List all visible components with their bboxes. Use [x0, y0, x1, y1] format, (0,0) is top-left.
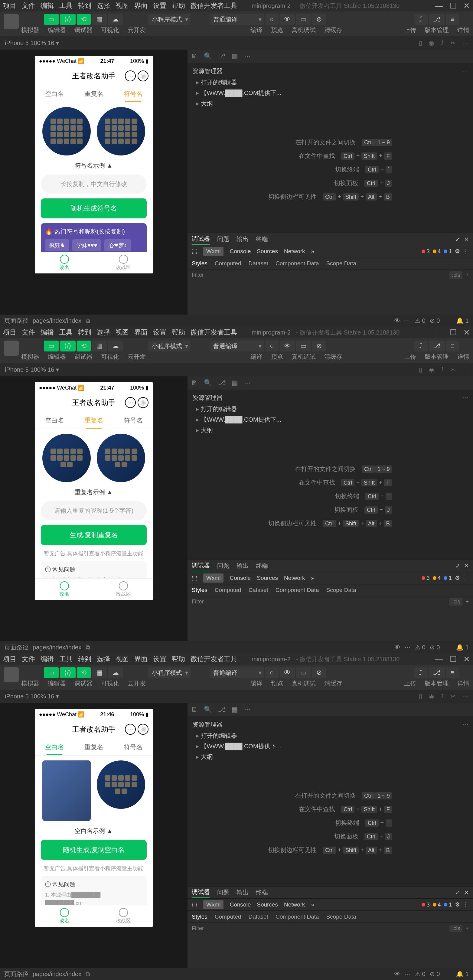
panel-0[interactable]: Styles — [192, 587, 207, 593]
cloud-toggle[interactable]: ☁ — [108, 14, 123, 25]
inspect-icon[interactable]: ⬚ — [192, 574, 197, 581]
remote-debug-btn[interactable]: ▭ — [296, 667, 311, 678]
more-icon[interactable]: ⋮ — [463, 574, 469, 581]
phone-tab-0[interactable]: 空白名 — [35, 85, 74, 102]
upload-btn[interactable]: ⤴ — [414, 340, 428, 352]
compile-btn[interactable]: ○ — [265, 667, 279, 678]
device-icon-3[interactable]: ⤴ — [441, 366, 444, 373]
dt-tab-2[interactable]: 输出 — [237, 560, 248, 571]
compile-btn[interactable]: ○ — [265, 340, 279, 352]
files-icon[interactable]: 🗎 — [191, 379, 198, 387]
ext-icon[interactable]: ▦ — [232, 52, 238, 60]
panel-4[interactable]: Scope Data — [326, 913, 356, 920]
eye-icon[interactable]: 👁 — [394, 317, 400, 324]
filter-input[interactable]: Filter — [192, 272, 204, 278]
tree-item-1[interactable]: 【WWW.████.COM提供下... — [188, 88, 473, 98]
dt-tab-2[interactable]: 输出 — [237, 234, 248, 244]
warn-count[interactable]: ⚠ 0 — [415, 970, 425, 978]
bottom-nav-zone[interactable]: 改战区 — [94, 579, 153, 600]
maximize-icon[interactable]: ☐ — [450, 655, 457, 664]
menu-9[interactable]: 帮助 — [172, 328, 185, 337]
close-icon[interactable]: ✕ — [464, 563, 469, 569]
debugger-toggle[interactable]: ⟲ — [77, 14, 91, 25]
editor-toggle[interactable]: ⟨/⟩ — [60, 14, 76, 25]
tree-item-1[interactable]: 【WWW.████.COM提供下... — [188, 741, 473, 752]
clear-cache-btn[interactable]: ⊘ — [312, 340, 326, 352]
info-badge[interactable]: 1 — [444, 575, 452, 581]
details-btn[interactable]: ≡ — [446, 667, 459, 678]
menu-3[interactable]: 工具 — [59, 328, 73, 337]
menu-6[interactable]: 视图 — [116, 328, 129, 337]
menu-5[interactable]: 选择 — [97, 328, 110, 337]
panel-2[interactable]: Dataset — [248, 260, 268, 267]
dt-sub-3[interactable]: Network — [284, 901, 305, 908]
details-btn[interactable]: ≡ — [446, 14, 459, 25]
generate-button[interactable]: 生成,复制重复名 — [41, 525, 147, 545]
more-icon[interactable]: ⋯ — [244, 379, 251, 387]
phone-tab-0[interactable]: 空白名 — [35, 739, 74, 755]
gear-icon[interactable]: ⚙ — [455, 248, 460, 255]
menu-7[interactable]: 界面 — [134, 655, 148, 663]
phone-preview[interactable]: ●●●●● WeChat 📶 21:46 100% ▮ 王者改名助手 ⋯ ◉ 空… — [35, 709, 153, 927]
avatar[interactable] — [4, 667, 19, 682]
phone-preview[interactable]: ●●●●● WeChat 📶 21:47 100% ▮ 王者改名助手 ⋯ ◉ 空… — [35, 56, 153, 274]
dt-tab-0[interactable]: 调试器 — [192, 234, 210, 245]
capsule-more-icon[interactable]: ⋯ — [125, 70, 136, 81]
menu-8[interactable]: 设置 — [153, 655, 166, 663]
bottom-nav-zone[interactable]: 改战区 — [94, 905, 153, 927]
debugger-toggle[interactable]: ⟲ — [77, 667, 91, 678]
dt-sub-4[interactable]: » — [311, 248, 315, 255]
menu-0[interactable]: 项目 — [3, 1, 16, 10]
panel-0[interactable]: Styles — [192, 260, 207, 267]
generate-button[interactable]: 随机生成,复制空白名 — [41, 840, 147, 860]
dt-sub-2[interactable]: Sources — [257, 248, 278, 255]
device-icon-4[interactable]: ✂ — [450, 39, 455, 46]
capsule-close-icon[interactable]: ◉ — [138, 397, 148, 408]
device-selector[interactable]: iPhone 5 100% 16 ▾ — [5, 39, 59, 46]
info-badge[interactable]: 1 — [444, 901, 452, 908]
page-path[interactable]: pages/index/index — [33, 317, 81, 324]
remote-debug-btn[interactable]: ▭ — [296, 340, 311, 352]
device-icon-1[interactable]: ▯ — [419, 39, 422, 46]
device-icon-1[interactable]: ▯ — [419, 693, 422, 700]
err-count[interactable]: ⊘ 0 — [430, 644, 440, 651]
dt-tab-0[interactable]: 调试器 — [192, 887, 210, 898]
device-icon-3[interactable]: ⤴ — [441, 39, 444, 46]
clear-cache-btn[interactable]: ⊘ — [312, 667, 326, 678]
visual-toggle[interactable]: ▦ — [92, 14, 107, 25]
panel-3[interactable]: Component Data — [276, 913, 319, 920]
copy-path-icon[interactable]: ⧉ — [86, 317, 90, 324]
panel-3[interactable]: Component Data — [276, 260, 319, 267]
err-count[interactable]: ⊘ 0 — [430, 317, 440, 324]
dt-sub-1[interactable]: Console — [229, 248, 251, 255]
maximize-icon[interactable]: ☐ — [450, 1, 457, 11]
error-badge[interactable]: 3 — [422, 575, 430, 581]
eye-icon[interactable]: 👁 — [394, 970, 400, 978]
branch-icon[interactable]: ⎇ — [218, 706, 226, 714]
visual-toggle[interactable]: ▦ — [92, 667, 107, 678]
error-badge[interactable]: 3 — [422, 248, 430, 255]
add-icon[interactable]: + — [465, 925, 469, 932]
capsule-more-icon[interactable]: ⋯ — [125, 397, 136, 408]
avatar[interactable] — [4, 14, 19, 29]
branch-icon[interactable]: ⎇ — [218, 379, 226, 387]
compile-dropdown[interactable]: 普通编译 — [210, 667, 264, 678]
phone-tab-1[interactable]: 重复名 — [74, 412, 113, 429]
menu-1[interactable]: 文件 — [22, 1, 35, 10]
bottom-nav-zone[interactable]: 改战区 — [94, 252, 153, 274]
filter-input[interactable]: Filter — [192, 925, 204, 932]
dt-sub-2[interactable]: Sources — [257, 575, 278, 581]
panel-2[interactable]: Dataset — [248, 587, 268, 593]
dt-tab-1[interactable]: 问题 — [217, 234, 229, 244]
device-icon-5[interactable]: ⋯ — [462, 366, 468, 373]
menu-5[interactable]: 选择 — [97, 655, 110, 663]
mode-dropdown[interactable]: 小程序模式 — [148, 14, 191, 25]
preview-btn[interactable]: 👁 — [280, 667, 295, 678]
inspect-icon[interactable]: ⬚ — [192, 901, 197, 908]
dt-sub-2[interactable]: Sources — [257, 901, 278, 908]
page-path[interactable]: pages/index/index — [33, 644, 81, 651]
menu-4[interactable]: 转到 — [78, 655, 91, 663]
mode-dropdown[interactable]: 小程序模式 — [148, 340, 191, 352]
search-icon[interactable]: 🔍 — [204, 706, 212, 714]
version-btn[interactable]: ⎇ — [429, 14, 445, 25]
